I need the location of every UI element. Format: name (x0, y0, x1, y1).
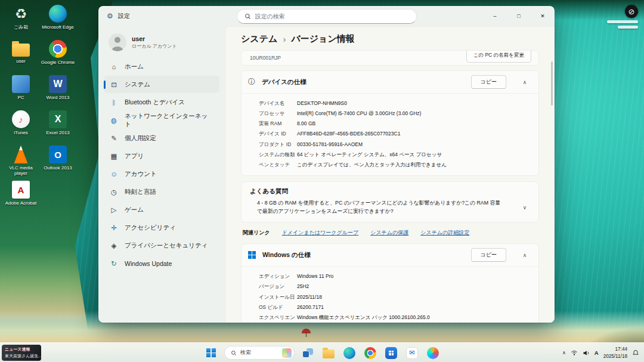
tray-date: 2025/11/18 (603, 353, 627, 360)
clock[interactable]: 17:44 2025/11/18 (603, 346, 627, 359)
rename-pc-button[interactable]: この PC の名前を変更 (466, 50, 531, 63)
apps-icon: ▦ (110, 152, 118, 160)
desktop-icon-vlc[interactable]: VLC media player (2, 143, 39, 177)
sidebar-item-label: プライバシーとセキュリティ (125, 242, 208, 250)
task-view-icon (302, 348, 313, 358)
spec-label: バージョン (259, 283, 297, 290)
ime-indicator[interactable]: A (595, 349, 599, 356)
chevron-down-icon[interactable]: ∨ (518, 205, 531, 211)
chevron-up-icon[interactable]: ∧ (518, 79, 531, 85)
desktop-icon-excel-2013[interactable]: X Excel 2013 (39, 108, 76, 142)
titlebar[interactable]: ⚙ 設定 – □ ✕ (98, 6, 555, 26)
chrome-icon (49, 40, 67, 58)
sidebar-item-accessibility[interactable]: ✛ アクセシビリティ (104, 219, 219, 236)
breadcrumb-section[interactable]: システム (241, 33, 277, 45)
faq-question-row[interactable]: 4 - 8 GB の RAM を使用すると、PC のパフォーマンスにどのような影… (242, 197, 538, 222)
system-tray: ∧ A 17:44 2025/11/18 (562, 343, 639, 362)
link-advanced-system-settings[interactable]: システムの詳細設定 (420, 229, 469, 237)
privacy-icon: ◈ (110, 242, 118, 250)
breadcrumb-separator-icon: › (283, 34, 286, 44)
settings-search-box[interactable] (237, 9, 417, 24)
overlay-text-blur (618, 26, 638, 29)
window-controls: – □ ✕ (483, 6, 555, 26)
search-highlight-icon[interactable] (282, 348, 292, 358)
windows-spec-header[interactable]: Windows の仕様 コピー ∧ (242, 244, 538, 266)
device-name-card: 10UR001RJP この PC の名前を変更 (241, 50, 539, 66)
desktop-icon-itunes[interactable]: ♪ iTunes (2, 108, 39, 142)
tray-chevron-icon[interactable]: ∧ (562, 350, 566, 355)
spec-label: ペンとタッチ (259, 161, 297, 168)
edge-button[interactable] (342, 345, 357, 361)
widget-headline-text: 東大震源さん誕生… (5, 353, 38, 359)
edge-icon (343, 347, 355, 359)
sidebar-item-time-language[interactable]: ◷ 時刻と言語 (104, 183, 219, 200)
sidebar-item-label: 個人用設定 (125, 134, 156, 143)
spec-value: 2025/11/18 (297, 293, 322, 301)
link-domain-workgroup[interactable]: ドメインまたはワークグループ (282, 229, 359, 237)
start-button[interactable] (203, 345, 219, 361)
chrome-button[interactable] (363, 345, 378, 361)
minimize-button[interactable]: – (483, 6, 507, 26)
taskbar-search[interactable]: 検索 (224, 346, 295, 360)
desktop-icon-google-chrome[interactable]: Google Chrome (39, 38, 76, 72)
photos-button[interactable] (425, 345, 441, 361)
windows-spec-card: Windows の仕様 コピー ∧ エディション Windows 11 Pro … (241, 243, 539, 323)
desktop-icon-outlook-2013[interactable]: O Outlook 2013 (39, 143, 76, 177)
spec-row: システムの種類 64 ビット オペレーティング システム、x64 ベース プロセ… (259, 150, 530, 160)
spec-row: プロセッサ Intel(R) Core(TM) i5-7400 CPU @ 3.… (259, 108, 530, 118)
sidebar-item-label: システム (125, 81, 150, 89)
desktop-icon-recycle-bin[interactable]: ♻ ごみ箱 (2, 2, 39, 36)
task-view-button[interactable] (300, 345, 315, 361)
spec-value: このディスプレイでは、ペン入力とタッチ入力は利用できません (297, 161, 447, 168)
sidebar-item-personalization[interactable]: ✎ 個人用設定 (104, 129, 219, 147)
file-explorer-button[interactable] (321, 345, 336, 361)
desktop-icon-grid: ♻ ごみ箱 Microsoft Edge user Google Chrome … (2, 2, 78, 212)
maximize-button[interactable]: □ (507, 6, 531, 26)
spec-label: プロセッサ (259, 110, 297, 117)
settings-search-input[interactable] (255, 13, 409, 20)
sidebar-item-privacy-security[interactable]: ◈ プライバシーとセキュリティ (104, 237, 219, 254)
sidebar-item-accounts[interactable]: ☺ アカウント (104, 165, 219, 182)
desktop-icon-label: iTunes (14, 130, 28, 135)
sidebar-item-system[interactable]: ⊡ システム (104, 76, 219, 93)
speaker-icon[interactable] (583, 349, 590, 357)
settings-sidebar: user ローカル アカウント ⌂ ホーム ⊡ システム ᛒ Bluetooth… (98, 26, 225, 323)
sidebar-item-gaming[interactable]: ▷ ゲーム (104, 201, 219, 218)
sidebar-item-home[interactable]: ⌂ ホーム (104, 58, 219, 75)
notification-bell-icon[interactable] (632, 349, 639, 357)
record-blocked-icon[interactable]: ⊘ (625, 5, 638, 18)
sidebar-item-bluetooth-devices[interactable]: ᛒ Bluetooth とデバイス (104, 94, 219, 111)
mail-button[interactable]: ✉ (404, 345, 420, 361)
widgets-button[interactable]: ニュース速報 東大震源さん誕生… (2, 345, 41, 361)
related-links-row: 関連リンク ドメインまたはワークグループ システムの保護 システムの詳細設定 (243, 229, 537, 237)
desktop-icon-pc[interactable]: PC (2, 73, 39, 107)
mail-icon: ✉ (406, 347, 418, 359)
desktop-icon-adobe-acrobat[interactable]: A Adobe Acrobat (2, 178, 39, 212)
accounts-icon: ☺ (110, 171, 118, 178)
desktop-icon-microsoft-edge[interactable]: Microsoft Edge (39, 2, 76, 36)
link-system-protection[interactable]: システムの保護 (370, 229, 408, 237)
wifi-icon[interactable] (571, 349, 578, 357)
sidebar-item-windows-update[interactable]: ↻ Windows Update (104, 255, 219, 272)
chevron-up-icon[interactable]: ∧ (518, 252, 531, 258)
desktop-icon-label: user (16, 58, 26, 64)
close-button[interactable]: ✕ (531, 6, 555, 26)
spec-label: 実装 RAM (259, 120, 297, 127)
sidebar-item-label: Windows Update (125, 260, 172, 267)
info-icon: ⓘ (248, 77, 255, 87)
copy-button[interactable]: コピー (471, 75, 506, 89)
spec-label: OS ビルド (259, 304, 297, 311)
settings-window: ⚙ 設定 – □ ✕ user ローカル アカウント (98, 6, 555, 323)
desktop-icon-word-2013[interactable]: W Word 2013 (39, 73, 76, 107)
spec-row: プロダクト ID 00330-51781-95916-AAOEM (259, 139, 530, 149)
account-block[interactable]: user ローカル アカウント (104, 29, 219, 57)
store-button[interactable] (383, 345, 399, 361)
overlay-text-blur (607, 20, 638, 23)
copy-button[interactable]: コピー (471, 248, 506, 262)
sidebar-item-network-internet[interactable]: ◍ ネットワークとインターネット (104, 112, 219, 129)
sidebar-item-apps[interactable]: ▦ アプリ (104, 147, 219, 165)
scrollbar[interactable] (551, 61, 553, 106)
desktop-icon-user-folder[interactable]: user (2, 38, 39, 72)
time-language-icon: ◷ (110, 188, 118, 196)
device-spec-header[interactable]: ⓘ デバイスの仕様 コピー ∧ (242, 71, 538, 93)
